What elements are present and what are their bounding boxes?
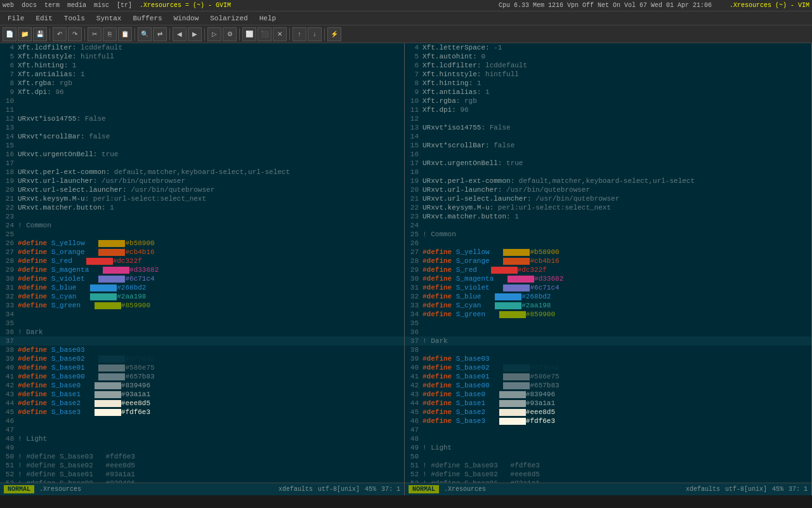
tab-xresources-gvim[interactable]: .Xresources = (~) - GVIM — [140, 2, 231, 9]
code-line-46: 46 — [0, 417, 404, 425]
code-line-26: 26 — [405, 239, 811, 248]
menu-syntax[interactable]: Syntax — [91, 13, 127, 23]
code-line-24: 24! Common — [0, 221, 404, 230]
code-line-5: 5Xft.autohint: 0 — [405, 52, 811, 61]
right-default-label: xdefaults — [686, 486, 720, 493]
code-line-9: 9Xft.antialias: 1 — [405, 88, 811, 97]
code-line-47: 47 — [0, 425, 404, 434]
code-line-30: 30#define S_violet #6c71c4 — [0, 274, 404, 283]
code-line-5: 5Xft.hintstyle: hintfull — [0, 52, 404, 61]
code-line-13: 13 — [0, 123, 404, 132]
code-line-51: 51! #define S_base03 #fdf6e3 — [405, 461, 811, 470]
toolbar-scroll-down[interactable]: ↓ — [308, 27, 322, 41]
left-mode-indicator: NORMAL — [4, 485, 34, 493]
right-status-bar: NORMAL .Xresources xdefaults utf-8[unix]… — [405, 483, 811, 495]
code-line-31: 31#define S_blue #268bd2 — [0, 283, 404, 292]
title-tabs: web docs term media misc [tr] .Xresource… — [3, 2, 231, 9]
tab-web[interactable]: web — [3, 2, 14, 9]
toolbar-copy[interactable]: ⎘ — [103, 27, 117, 41]
toolbar-save[interactable]: 💾 — [33, 27, 47, 41]
toolbar-build[interactable]: ⚙ — [223, 27, 237, 41]
tab-docs[interactable]: docs — [22, 2, 37, 9]
right-filename: .Xresources — [444, 486, 486, 493]
code-line-34: 34#define S_green #859900 — [405, 310, 811, 319]
code-line-47: 47 — [405, 425, 811, 434]
toolbar-settings[interactable]: ⚡ — [327, 27, 341, 41]
code-line-17: 17URxvt.urgentOnBell: true — [405, 159, 811, 168]
menu-solarized[interactable]: Solarized — [205, 13, 252, 23]
code-line-35: 35 — [0, 319, 404, 328]
code-line-42: 42#define S_base0 #839496 — [0, 381, 404, 390]
left-lines-container: 4Xft.lcdfilter: lcddefault5Xft.hintstyle… — [0, 43, 404, 483]
code-line-25: 25! Common — [405, 230, 811, 239]
menu-window[interactable]: Window — [169, 13, 204, 23]
toolbar-back[interactable]: ◀ — [173, 27, 187, 41]
toolbar-close-split[interactable]: ✕ — [273, 27, 287, 41]
right-editor-content[interactable]: 4Xft.letterSpace: -15Xft.autohint: 06Xft… — [405, 43, 811, 483]
code-line-45: 45#define S_base2 #eee8d5 — [405, 408, 811, 417]
code-line-19: 19URxvt.perl-ext-common: default,matcher… — [405, 177, 811, 185]
code-line-30: 30#define S_magenta #d33682 — [405, 274, 811, 283]
code-line-16: 16 — [405, 150, 811, 159]
code-line-23: 23URxvt.matcher.button: 1 — [405, 212, 811, 221]
toolbar-sep-6 — [239, 28, 240, 41]
toolbar-split-h[interactable]: ⬜ — [242, 27, 256, 41]
tab-media[interactable]: media — [67, 2, 86, 9]
toolbar-cut[interactable]: ✂ — [88, 27, 102, 41]
tab-tr[interactable]: [tr] — [117, 2, 132, 9]
code-line-38: 38 — [405, 345, 811, 354]
toolbar-paste[interactable]: 📋 — [118, 27, 132, 41]
code-line-36: 36! Dark — [0, 328, 404, 337]
code-line-52: 52! #define S_base01 #93a1a1 — [0, 470, 404, 479]
tab-term[interactable]: term — [44, 2, 60, 9]
code-line-31: 31#define S_violet #6c71c4 — [405, 283, 811, 292]
menu-buffers[interactable]: Buffers — [128, 13, 167, 23]
code-line-18: 18 — [405, 168, 811, 177]
toolbar-scroll-up[interactable]: ↑ — [292, 27, 306, 41]
main-content: 4Xft.lcdfilter: lcddefault5Xft.hintstyle… — [0, 43, 812, 495]
toolbar-sep-2 — [84, 28, 85, 41]
toolbar-replace[interactable]: ⇄ — [153, 27, 167, 41]
code-line-6: 6Xft.lcdfilter: lcddefault — [405, 61, 811, 70]
code-line-40: 40#define S_base02 #073642 — [405, 363, 811, 372]
toolbar-find[interactable]: 🔍 — [138, 27, 152, 41]
left-editor-content[interactable]: 4Xft.lcdfilter: lcddefault5Xft.hintstyle… — [0, 43, 404, 483]
right-percent: 45% — [772, 486, 783, 493]
code-line-50: 50 — [405, 452, 811, 461]
code-line-20: 20URxvt.url-launcher: /usr/bin/qutebrows… — [405, 185, 811, 194]
code-line-21: 21URxvt.keysym.M-u: perl:url-select:sele… — [0, 194, 404, 203]
code-line-40: 40#define S_base01 #586e75 — [0, 363, 404, 372]
code-line-9: 9Xft.dpi: 96 — [0, 88, 404, 97]
menu-file[interactable]: File — [3, 13, 29, 23]
code-line-4: 4Xft.letterSpace: -1 — [405, 43, 811, 52]
code-line-37: 37! Dark — [405, 337, 811, 345]
right-mode-indicator: NORMAL — [409, 485, 439, 493]
code-line-43: 43#define S_base1 #93a1a1 — [0, 390, 404, 399]
left-filename: .Xresources — [39, 486, 81, 493]
menu-help[interactable]: Help — [254, 13, 281, 23]
toolbar-run[interactable]: ▷ — [207, 27, 221, 41]
code-line-33: 33#define S_green #859900 — [0, 301, 404, 310]
menu-tools[interactable]: Tools — [59, 13, 90, 23]
code-line-35: 35 — [405, 319, 811, 328]
tab-misc[interactable]: misc — [94, 2, 109, 9]
code-line-36: 36 — [405, 328, 811, 337]
toolbar-redo[interactable]: ↷ — [68, 27, 82, 41]
code-line-22: 22URxvt.matcher.button: 1 — [0, 203, 404, 212]
toolbar-open[interactable]: 📁 — [18, 27, 32, 41]
right-encoding: utf-8[unix] — [725, 486, 767, 493]
toolbar-split-v[interactable]: ⬛ — [258, 27, 272, 41]
code-line-21: 21URxvt.url-select.launcher: /usr/bin/qu… — [405, 194, 811, 203]
code-line-48: 48! Light — [0, 434, 404, 443]
code-line-23: 23 — [0, 212, 404, 221]
code-line-32: 32#define S_cyan #2aa198 — [0, 292, 404, 301]
toolbar-forward[interactable]: ▶ — [188, 27, 202, 41]
toolbar-new[interactable]: 📄 — [3, 27, 16, 41]
menu-bar: File Edit Tools Syntax Buffers Window So… — [0, 11, 812, 25]
toolbar-undo[interactable]: ↶ — [53, 27, 67, 41]
menu-edit[interactable]: Edit — [30, 13, 57, 23]
code-line-43: 43#define S_base0 #839496 — [405, 390, 811, 399]
code-line-48: 48 — [405, 434, 811, 443]
code-line-41: 41#define S_base00 #657b83 — [0, 372, 404, 381]
code-line-41: 41#define S_base01 #586e75 — [405, 372, 811, 381]
